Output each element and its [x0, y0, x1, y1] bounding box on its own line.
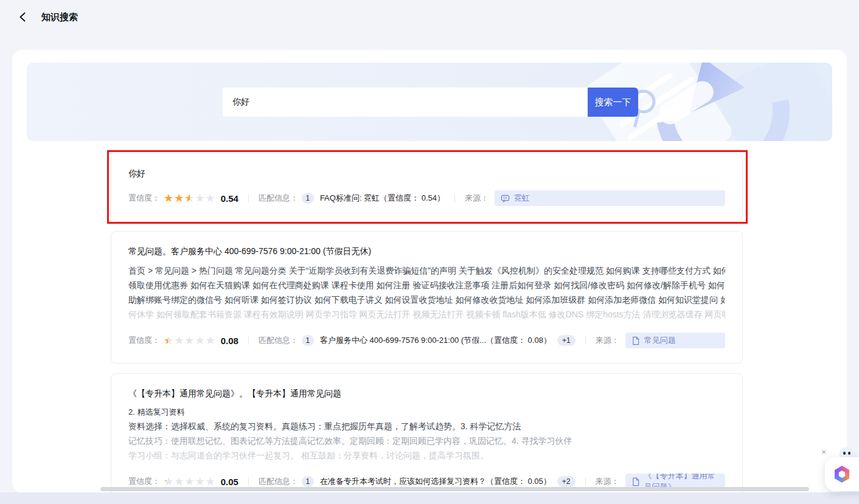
divider — [248, 477, 249, 486]
divider — [585, 477, 586, 486]
body-line: 2. 精选复习资料 — [128, 406, 725, 419]
result-body: 2. 精选复习资料 资料选择：选择权威、系统的复习资料。真题练习：重点把握历年真… — [128, 406, 725, 463]
page-title: 知识搜索 — [41, 12, 78, 23]
star-rating: ★★★★★★★★★★ — [164, 193, 216, 204]
search-input[interactable] — [223, 88, 588, 117]
star-rating: ★★★★★★★★★★ — [164, 476, 216, 487]
divider — [248, 336, 249, 345]
qa-bubble-icon: QA — [501, 194, 510, 203]
search-banner: 搜索一下 — [27, 63, 832, 141]
top-bar: 知识搜索 — [0, 0, 859, 34]
divider — [585, 336, 586, 345]
results-list: 你好 置信度： ★★★★★★★★★★ 0.54 匹配信息： 1 FAQ标准问: … — [111, 153, 743, 504]
star-rating: ★★★★★★★★★★ — [164, 335, 216, 346]
match-text: FAQ标准问: 霓虹（置信度： 0.54） — [320, 193, 445, 204]
source-chip[interactable]: 常见问题 — [625, 333, 725, 348]
body-line: 何休学 如何领取配套书籍资源 课程有效期说明 网页学习指导 网页无法打开 视频无… — [128, 307, 725, 322]
result-meta: 置信度： ★★★★★★★★★★ 0.54 匹配信息： 1 FAQ标准问: 霓虹（… — [128, 190, 725, 206]
match-text: 客户服务中心 400-699-7576 9:00-21:00 (节假...（置信… — [320, 335, 551, 346]
body-line: 记忆技巧：使用联想记忆、图表记忆等方法提高记忆效率。定期回顾：定期回顾已学内容，… — [128, 433, 725, 448]
result-body: 首页 > 常见问题 > 热门问题 常见问题分类 关于“近期学员收到有关退费诈骗短… — [128, 263, 725, 322]
confidence-label: 置信度： — [128, 476, 160, 487]
result-card-1-wrap: 你好 置信度： ★★★★★★★★★★ 0.54 匹配信息： 1 FAQ标准问: … — [111, 153, 743, 221]
result-card[interactable]: 常见问题。客户服务中心 400-699-7576 9:00-21:00 (节假日… — [111, 231, 743, 364]
assistant-logo-icon — [833, 466, 850, 483]
body-line: 资料选择：选择权威、系统的复习资料。真题练习：重点把握历年真题，了解考试趋势。3… — [128, 419, 725, 433]
source-label: 来源： — [465, 193, 489, 204]
horizontal-scrollbar[interactable] — [100, 487, 809, 491]
source-chip-label: 霓虹 — [514, 193, 530, 204]
document-icon — [631, 477, 640, 486]
match-info-label: 匹配信息： — [259, 476, 298, 487]
match-info-label: 匹配信息： — [259, 335, 298, 346]
dismiss-icon[interactable]: ✕ — [821, 449, 826, 455]
source-chip-label: 常见问题 — [644, 335, 676, 346]
confidence-score: 0.08 — [221, 336, 238, 346]
extra-match-badge[interactable]: +2 — [557, 476, 576, 487]
match-count-badge: 1 — [302, 476, 314, 487]
confidence-label: 置信度： — [128, 193, 160, 204]
divider — [454, 194, 455, 202]
confidence-label: 置信度： — [128, 335, 160, 346]
result-card[interactable]: 《【专升本】通用常见问题》。【专升本】通用常见问题 2. 精选复习资料 资料选择… — [111, 373, 743, 504]
search-button[interactable]: 搜索一下 — [588, 88, 638, 117]
confidence-score: 0.54 — [221, 193, 238, 204]
result-title: 《【专升本】通用常见问题》。【专升本】通用常见问题 — [128, 388, 725, 399]
divider — [248, 194, 249, 202]
source-chip[interactable]: QA 霓虹 — [495, 190, 725, 206]
match-text: 在准备专升本考试时，应该如何选择复习资料？（置信度： 0.05） — [320, 476, 551, 487]
confidence-score: 0.05 — [221, 477, 238, 487]
back-icon[interactable] — [16, 10, 29, 24]
body-line: 助解绑账号绑定的微信号 如何听课 如何签订协议 如何下载电子讲义 如何设置收货地… — [128, 292, 725, 307]
source-label: 来源： — [596, 335, 619, 346]
match-count-badge: 1 — [302, 193, 314, 204]
match-info-label: 匹配信息： — [259, 193, 298, 204]
assistant-bubble[interactable] — [825, 457, 859, 491]
extra-match-badge[interactable]: +1 — [557, 335, 576, 346]
match-count-badge: 1 — [302, 335, 314, 346]
body-line: 学习小组：与志同道合的学习伙伴一起复习。 相互鼓励：分享资料，讨论问题，提高学习… — [128, 448, 725, 463]
source-label: 来源： — [596, 476, 619, 487]
result-title: 常见问题。客户服务中心 400-699-7576 9:00-21:00 (节假日… — [128, 246, 725, 257]
main-panel: 搜索一下 你好 置信度： ★★★★★★★★★★ 0.54 匹配信息： 1 FAQ… — [12, 50, 847, 492]
assistant-widget[interactable]: ✕ — [820, 447, 859, 491]
page-bottom-strip — [0, 492, 859, 504]
result-card[interactable]: 你好 置信度： ★★★★★★★★★★ 0.54 匹配信息： 1 FAQ标准问: … — [111, 153, 743, 221]
body-line: 首页 > 常见问题 > 热门问题 常见问题分类 关于“近期学员收到有关退费诈骗短… — [128, 263, 725, 278]
svg-text:QA: QA — [503, 196, 508, 199]
result-meta: 置信度： ★★★★★★★★★★ 0.08 匹配信息： 1 客户服务中心 400-… — [128, 333, 725, 348]
result-title: 你好 — [128, 168, 725, 179]
document-icon — [631, 336, 640, 345]
body-line: 领取使用优惠券 如何在天猫购课 如何在代理商处购课 课程卡使用 如何注册 验证码… — [128, 278, 725, 292]
search-bar: 搜索一下 — [223, 88, 638, 117]
